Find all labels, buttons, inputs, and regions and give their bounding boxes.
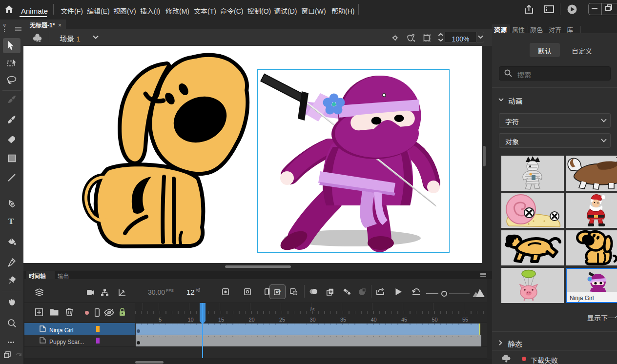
svg-text:A: A xyxy=(278,288,281,293)
